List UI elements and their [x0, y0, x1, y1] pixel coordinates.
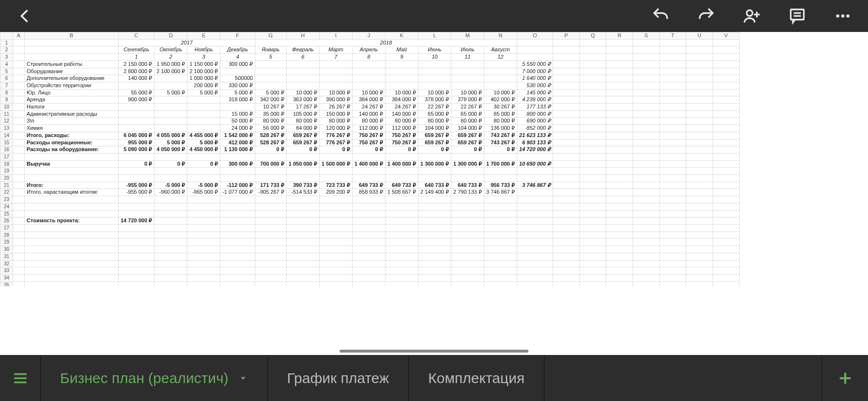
cell[interactable]	[385, 210, 418, 217]
cell[interactable]	[187, 96, 220, 104]
cell[interactable]	[517, 203, 553, 210]
cell[interactable]: 150 000 ₽	[319, 110, 352, 118]
cell[interactable]: 1 508 667 ₽	[385, 189, 418, 196]
cell[interactable]	[686, 104, 713, 111]
cell[interactable]: Юр. Лицо	[25, 89, 119, 96]
cell[interactable]: 2 100 000 ₽	[187, 68, 220, 75]
cell[interactable]	[606, 82, 633, 89]
cell[interactable]	[606, 125, 633, 132]
cell[interactable]: 900 000 ₽	[119, 96, 155, 104]
cell[interactable]	[451, 203, 484, 210]
cell[interactable]	[686, 110, 713, 118]
cell[interactable]	[13, 189, 25, 196]
cell[interactable]	[451, 175, 484, 182]
cell[interactable]	[553, 203, 579, 210]
column-header[interactable]: N	[484, 32, 517, 40]
cell[interactable]	[579, 110, 606, 118]
cell[interactable]	[451, 217, 484, 225]
cell[interactable]	[286, 68, 319, 75]
cell[interactable]	[659, 168, 686, 175]
spreadsheet-grid[interactable]: ABCDEFGHIJKLMNOPQRSTUV1201720182Сентябрь…	[0, 32, 740, 286]
cell[interactable]	[418, 246, 451, 253]
cell[interactable]: 2 150 000 ₽	[119, 61, 155, 68]
cell[interactable]	[686, 54, 713, 61]
cell[interactable]	[606, 139, 633, 146]
horizontal-scroll-handle[interactable]	[340, 350, 528, 353]
cell[interactable]	[155, 203, 187, 210]
cell[interactable]	[606, 132, 633, 139]
cell[interactable]: 80 000 ₽	[418, 118, 451, 125]
cell[interactable]	[553, 260, 579, 267]
all-sheets-button[interactable]	[0, 355, 41, 401]
cell[interactable]: 6	[286, 54, 319, 61]
cell[interactable]	[286, 217, 319, 225]
cell[interactable]: 300 000 ₽	[220, 61, 255, 68]
cell[interactable]	[385, 231, 418, 239]
cell[interactable]	[319, 253, 352, 260]
cell[interactable]	[187, 224, 220, 231]
cell[interactable]: Ноябрь	[187, 46, 220, 54]
cell[interactable]	[553, 168, 579, 175]
cell[interactable]	[517, 189, 553, 196]
cell[interactable]	[579, 267, 606, 275]
cell[interactable]	[579, 224, 606, 231]
cell[interactable]	[385, 196, 418, 203]
cell[interactable]	[633, 231, 659, 239]
cell[interactable]	[659, 182, 686, 189]
cell[interactable]: Выручка	[25, 160, 119, 168]
cell[interactable]	[659, 39, 686, 46]
cell[interactable]	[659, 46, 686, 54]
cell[interactable]: 4 050 000 ₽	[155, 146, 187, 154]
cell[interactable]	[633, 217, 659, 225]
cell[interactable]	[155, 82, 187, 89]
cell[interactable]	[220, 253, 255, 260]
cell[interactable]: 384 000 ₽	[385, 96, 418, 104]
cell[interactable]	[220, 153, 255, 160]
cell[interactable]: 330 000 ₽	[220, 82, 255, 89]
cell[interactable]	[220, 217, 255, 225]
cell[interactable]	[579, 182, 606, 189]
cell[interactable]	[553, 160, 579, 168]
cell[interactable]: 1 950 000 ₽	[155, 61, 187, 68]
cell[interactable]	[484, 231, 517, 239]
cell[interactable]	[659, 153, 686, 160]
cell[interactable]	[686, 153, 713, 160]
row-header[interactable]: 1	[0, 39, 13, 46]
cell[interactable]	[579, 139, 606, 146]
cell[interactable]	[579, 153, 606, 160]
cell[interactable]	[119, 210, 155, 217]
cell[interactable]	[713, 110, 739, 118]
cell[interactable]	[385, 267, 418, 275]
cell[interactable]	[606, 146, 633, 154]
cell[interactable]	[13, 139, 25, 146]
cell[interactable]: Декабрь	[220, 46, 255, 54]
cell[interactable]: Обустройство территории	[25, 82, 119, 89]
cell[interactable]: 0 ₽	[286, 146, 319, 154]
cell[interactable]: 0 ₽	[451, 146, 484, 154]
column-header[interactable]: U	[686, 32, 713, 40]
cell[interactable]	[286, 61, 319, 68]
cell[interactable]	[352, 82, 385, 89]
cell[interactable]	[686, 196, 713, 203]
cell[interactable]	[119, 104, 155, 111]
cell[interactable]: 743 267 ₽	[484, 139, 517, 146]
cell[interactable]	[659, 82, 686, 89]
cell[interactable]	[553, 75, 579, 82]
cell[interactable]	[352, 246, 385, 253]
cell[interactable]	[553, 189, 579, 196]
cell[interactable]	[659, 217, 686, 225]
cell[interactable]	[418, 61, 451, 68]
cell[interactable]	[579, 274, 606, 281]
cell[interactable]	[385, 61, 418, 68]
row-header[interactable]: 13	[0, 125, 13, 132]
cell[interactable]	[155, 246, 187, 253]
cell[interactable]: -955 000 ₽	[119, 182, 155, 189]
row-header[interactable]: 30	[0, 246, 13, 253]
cell[interactable]	[686, 118, 713, 125]
cell[interactable]	[606, 253, 633, 260]
cell[interactable]	[713, 82, 739, 89]
cell[interactable]: Октябрь	[155, 46, 187, 54]
cell[interactable]	[319, 246, 352, 253]
cell[interactable]	[579, 104, 606, 111]
cell[interactable]	[13, 196, 25, 203]
